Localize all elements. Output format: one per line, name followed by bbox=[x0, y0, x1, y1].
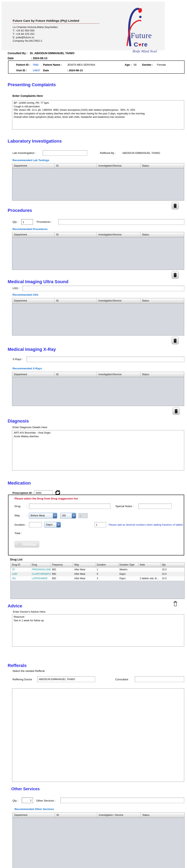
procedures-label: Procedures : bbox=[37, 220, 52, 223]
drug-input[interactable] bbox=[29, 503, 110, 509]
ultrasound-title: Medical Imaging Ultra Sound bbox=[8, 279, 68, 284]
delete-lab-test-button[interactable] bbox=[172, 202, 179, 210]
referral-list-box[interactable] bbox=[12, 688, 184, 782]
visit-id-label: Visit ID : bbox=[16, 69, 27, 72]
way-colon: : bbox=[27, 514, 27, 517]
consulted-by-value: Dr. ABIODUN EMMANUEL TAIWO bbox=[30, 52, 74, 55]
drug-row[interactable]: 79 PREDNISOLONE BID After Meal 1 Week/s … bbox=[11, 567, 184, 572]
referred-by-label: Reffered By : bbox=[100, 151, 116, 154]
diagnosis-textarea[interactable]: ARTI KIV Bronchitis - Viral Origin Acute… bbox=[12, 430, 184, 470]
xray-input[interactable] bbox=[27, 356, 184, 362]
special-notes-input[interactable] bbox=[138, 503, 172, 509]
column-header: ID bbox=[54, 163, 97, 168]
column-header: Qty bbox=[161, 562, 184, 567]
duration-input[interactable] bbox=[29, 522, 42, 527]
column-header: Note bbox=[139, 562, 161, 567]
other-services-input[interactable] bbox=[60, 798, 184, 803]
special-notes-label: Special Notes : bbox=[115, 505, 134, 508]
consulted-by-line: Consulted By : Dr. ABIODUN EMMANUEL TAIW… bbox=[8, 52, 76, 55]
drug-list-table-empty-area bbox=[11, 581, 184, 599]
meal-time-select[interactable]: Before Meal ▼ bbox=[29, 513, 57, 518]
company-name: Future Care by Future Holdings (Pty) Lim… bbox=[13, 19, 100, 24]
consultant-input[interactable] bbox=[135, 676, 184, 682]
date-value: : 2024-08-13 bbox=[31, 57, 47, 60]
logo-tagline: Body Mind Soul bbox=[132, 50, 157, 53]
delete-uss-button[interactable] bbox=[172, 337, 179, 344]
trash-icon bbox=[173, 338, 177, 343]
procedures-qty-label: Qty : bbox=[12, 220, 18, 223]
chevron-down-icon: ▼ bbox=[57, 522, 61, 527]
xray-table: Department ID Investigation/Service Stat… bbox=[12, 372, 184, 406]
referring-doctor-input[interactable] bbox=[37, 676, 95, 682]
visit-date-label: Date bbox=[43, 69, 49, 72]
recommended-lab-testings-link[interactable]: Recommended Lab Testings bbox=[12, 159, 49, 162]
patient-info-box: Patient ID : 7682 Patient Name : JENITA … bbox=[8, 60, 185, 74]
drug-label: Drug bbox=[14, 505, 20, 508]
patient-id-value: 7682 bbox=[33, 63, 39, 66]
company-address-block: Le Chainter,Victoria,Mahe,Seychelles T: … bbox=[13, 25, 58, 42]
recommended-procedures-link[interactable]: Recommended Procedures bbox=[12, 227, 48, 230]
chevron-down-icon: ▼ bbox=[72, 513, 76, 518]
referrals-title: Refferals bbox=[8, 663, 27, 668]
chevron-down-icon: ▼ bbox=[53, 513, 57, 518]
email-line: E: jude@future.sc bbox=[13, 36, 58, 39]
column-header: Drug ID bbox=[11, 562, 31, 567]
delete-procedure-button[interactable] bbox=[172, 271, 179, 279]
advice-textarea[interactable]: Reassure See in 1 week for follow up bbox=[12, 614, 184, 647]
add-drug-label: Add Drug bbox=[23, 543, 36, 546]
other-services-qty-input[interactable] bbox=[22, 798, 33, 803]
complaints-hint: Enter Complaints Here bbox=[12, 94, 43, 97]
lab-investigation-input[interactable] bbox=[43, 150, 87, 156]
frequency-select[interactable]: OD ▼ bbox=[60, 513, 76, 518]
age-value: 58 bbox=[134, 63, 137, 66]
drug-row[interactable]: 1290 CLARITHROMYCIN BID After Meal 5 Day… bbox=[11, 572, 184, 576]
procedures-table-body bbox=[12, 238, 184, 270]
age-label: Age : bbox=[125, 63, 132, 66]
drug-list-table: Drug ID Drug Fequency Way Duration Durat… bbox=[10, 562, 185, 599]
duration-unit-select[interactable]: Day/s ▼ bbox=[44, 522, 61, 527]
column-header: Department bbox=[13, 813, 55, 818]
uss-table: Department ID Investigation/Service Stat… bbox=[12, 298, 184, 336]
patient-id-label: Patient ID : bbox=[16, 63, 30, 66]
procedures-title: Procedures bbox=[8, 208, 32, 213]
delete-xray-button[interactable] bbox=[173, 407, 180, 415]
xray-table-body bbox=[12, 377, 184, 406]
column-header: Duration bbox=[96, 562, 118, 567]
consultation-page: Future Care by Future Holdings (Pty) Lim… bbox=[0, 0, 187, 868]
advice-title: Advice bbox=[8, 603, 22, 609]
referring-doctor-label: Reffering Doctor bbox=[12, 678, 32, 681]
uss-table-header: Department ID Investigation/Service Stat… bbox=[12, 298, 184, 304]
procedures-qty-input[interactable] bbox=[21, 219, 33, 225]
diagnosis-title: Diagnosis bbox=[8, 418, 29, 424]
phone-line-1: T: +24 82 593 593 bbox=[13, 29, 58, 32]
trash-icon bbox=[173, 601, 178, 607]
recommended-xrays-link[interactable]: Recommended X-Rays bbox=[12, 367, 42, 370]
recommended-uss-link[interactable]: Recommended USS bbox=[12, 293, 38, 296]
gender-value: Female bbox=[157, 63, 166, 66]
delete-drug-row-button[interactable] bbox=[172, 600, 179, 608]
company-number: Company No.8417652-2 bbox=[13, 39, 58, 42]
column-header: Way bbox=[73, 562, 96, 567]
plus-circle-icon: + bbox=[18, 542, 21, 546]
column-header: Investigation / Service bbox=[97, 813, 141, 818]
drug-row[interactable]: 251 LOPERAMIDE BID After Meal 3 Day/s 2 … bbox=[11, 576, 184, 581]
patient-name-label: Patient Name : bbox=[43, 63, 62, 66]
column-header: Status bbox=[140, 298, 184, 303]
uss-label: USS : bbox=[12, 287, 20, 290]
column-header: Status bbox=[141, 813, 184, 818]
column-header: Status bbox=[140, 163, 184, 168]
visit-id-value: 14937 bbox=[33, 69, 40, 72]
trash-icon bbox=[173, 204, 177, 208]
trash-icon bbox=[173, 273, 177, 277]
uss-input[interactable] bbox=[23, 286, 184, 291]
add-drug-button[interactable]: + Add Drug bbox=[14, 541, 39, 548]
visit-date-value: : 2024-08-13 bbox=[67, 69, 83, 72]
procedures-input[interactable] bbox=[58, 219, 184, 225]
xray-title: Medical Imaging X-Ray bbox=[8, 347, 56, 352]
column-header: Duration Type bbox=[118, 562, 139, 567]
complaints-textarea[interactable]: BP- 119/80 mmHg, PR- 77 bpm Cough is sti… bbox=[12, 100, 184, 129]
other-services-table-header: Department ID Investigation / Service St… bbox=[13, 813, 184, 818]
recommended-other-services-link[interactable]: Recommended Other Services bbox=[14, 808, 54, 811]
tablet-fraction-input[interactable] bbox=[95, 522, 106, 527]
other-services-qty-label: Qty : bbox=[12, 799, 18, 802]
